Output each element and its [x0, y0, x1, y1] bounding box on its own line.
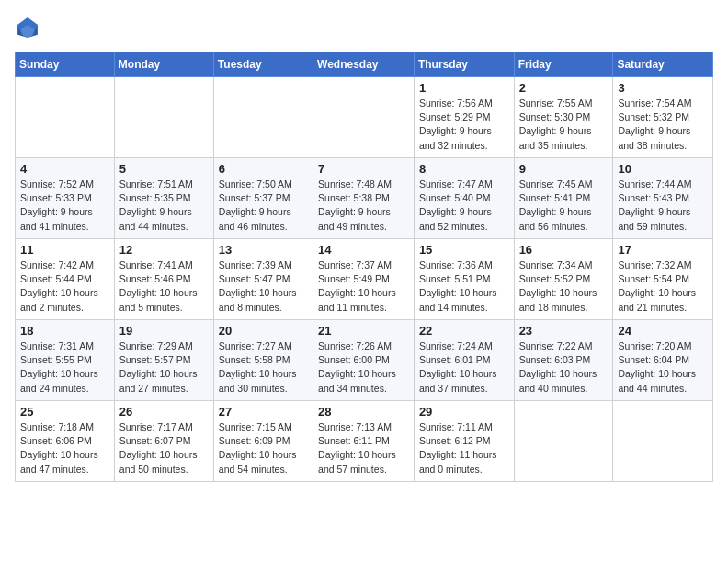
calendar-cell: 4Sunrise: 7:52 AMSunset: 5:33 PMDaylight… [16, 158, 115, 239]
calendar-cell: 8Sunrise: 7:47 AMSunset: 5:40 PMDaylight… [414, 158, 514, 239]
day-info: Sunrise: 7:22 AMSunset: 6:03 PMDaylight:… [519, 339, 609, 396]
calendar-cell [514, 401, 613, 482]
calendar-cell: 20Sunrise: 7:27 AMSunset: 5:58 PMDayligh… [213, 320, 313, 401]
day-number: 23 [519, 324, 609, 338]
calendar-cell [114, 77, 213, 158]
day-number: 7 [318, 162, 409, 176]
day-info: Sunrise: 7:45 AMSunset: 5:41 PMDaylight:… [519, 178, 609, 234]
calendar-cell: 9Sunrise: 7:45 AMSunset: 5:41 PMDaylight… [514, 158, 613, 239]
day-number: 9 [519, 162, 609, 176]
page-header [15, 15, 713, 40]
day-info: Sunrise: 7:36 AMSunset: 5:51 PMDaylight:… [419, 259, 509, 315]
day-number: 21 [318, 324, 409, 338]
day-number: 26 [119, 405, 209, 419]
calendar-cell: 7Sunrise: 7:48 AMSunset: 5:38 PMDaylight… [313, 158, 415, 239]
day-number: 16 [519, 243, 609, 257]
day-number: 4 [20, 162, 109, 176]
day-info: Sunrise: 7:55 AMSunset: 5:30 PMDaylight:… [519, 97, 609, 153]
calendar-cell: 24Sunrise: 7:20 AMSunset: 6:04 PMDayligh… [613, 320, 713, 401]
calendar-cell: 16Sunrise: 7:34 AMSunset: 5:52 PMDayligh… [514, 239, 613, 320]
day-info: Sunrise: 7:27 AMSunset: 5:58 PMDaylight:… [219, 339, 308, 396]
day-info: Sunrise: 7:52 AMSunset: 5:33 PMDaylight:… [20, 178, 109, 234]
day-number: 6 [219, 162, 308, 176]
calendar-cell: 12Sunrise: 7:41 AMSunset: 5:46 PMDayligh… [114, 239, 213, 320]
day-info: Sunrise: 7:34 AMSunset: 5:52 PMDaylight:… [519, 259, 609, 315]
day-info: Sunrise: 7:20 AMSunset: 6:04 PMDaylight:… [618, 339, 708, 396]
day-info: Sunrise: 7:11 AMSunset: 6:12 PMDaylight:… [419, 420, 509, 477]
day-number: 5 [119, 162, 209, 176]
calendar-cell: 6Sunrise: 7:50 AMSunset: 5:37 PMDaylight… [213, 158, 313, 239]
day-number: 3 [618, 81, 708, 95]
day-number: 17 [618, 243, 708, 257]
day-number: 12 [119, 243, 209, 257]
weekday-header-wednesday: Wednesday [313, 52, 415, 77]
day-number: 25 [20, 405, 109, 419]
day-number: 18 [20, 324, 109, 338]
day-info: Sunrise: 7:32 AMSunset: 5:54 PMDaylight:… [618, 259, 708, 315]
day-number: 10 [618, 162, 708, 176]
day-info: Sunrise: 7:42 AMSunset: 5:44 PMDaylight:… [20, 259, 109, 315]
weekday-header-sunday: Sunday [16, 52, 115, 77]
day-info: Sunrise: 7:50 AMSunset: 5:37 PMDaylight:… [219, 178, 308, 234]
day-number: 13 [219, 243, 308, 257]
calendar-cell: 26Sunrise: 7:17 AMSunset: 6:07 PMDayligh… [114, 401, 213, 482]
day-info: Sunrise: 7:47 AMSunset: 5:40 PMDaylight:… [419, 178, 509, 234]
day-number: 11 [20, 243, 109, 257]
calendar-cell: 3Sunrise: 7:54 AMSunset: 5:32 PMDaylight… [613, 77, 713, 158]
day-number: 2 [519, 81, 609, 95]
day-number: 20 [219, 324, 308, 338]
calendar-cell: 15Sunrise: 7:36 AMSunset: 5:51 PMDayligh… [414, 239, 514, 320]
day-number: 14 [318, 243, 409, 257]
day-info: Sunrise: 7:15 AMSunset: 6:09 PMDaylight:… [219, 420, 308, 477]
calendar-cell: 2Sunrise: 7:55 AMSunset: 5:30 PMDaylight… [514, 77, 613, 158]
weekday-header-thursday: Thursday [414, 52, 514, 77]
day-info: Sunrise: 7:41 AMSunset: 5:46 PMDaylight:… [119, 259, 209, 315]
day-info: Sunrise: 7:18 AMSunset: 6:06 PMDaylight:… [20, 420, 109, 477]
logo [15, 15, 44, 40]
calendar-cell: 14Sunrise: 7:37 AMSunset: 5:49 PMDayligh… [313, 239, 415, 320]
day-info: Sunrise: 7:31 AMSunset: 5:55 PMDaylight:… [20, 339, 109, 396]
calendar-cell: 23Sunrise: 7:22 AMSunset: 6:03 PMDayligh… [514, 320, 613, 401]
calendar-cell: 17Sunrise: 7:32 AMSunset: 5:54 PMDayligh… [613, 239, 713, 320]
calendar-cell [313, 77, 415, 158]
calendar-cell: 1Sunrise: 7:56 AMSunset: 5:29 PMDaylight… [414, 77, 514, 158]
calendar-cell: 5Sunrise: 7:51 AMSunset: 5:35 PMDaylight… [114, 158, 213, 239]
day-number: 27 [219, 405, 308, 419]
calendar-cell: 10Sunrise: 7:44 AMSunset: 5:43 PMDayligh… [613, 158, 713, 239]
day-info: Sunrise: 7:13 AMSunset: 6:11 PMDaylight:… [318, 420, 409, 477]
calendar-cell: 25Sunrise: 7:18 AMSunset: 6:06 PMDayligh… [16, 401, 115, 482]
weekday-header-monday: Monday [114, 52, 213, 77]
day-info: Sunrise: 7:44 AMSunset: 5:43 PMDaylight:… [618, 178, 708, 234]
day-info: Sunrise: 7:39 AMSunset: 5:47 PMDaylight:… [219, 259, 308, 315]
calendar-cell: 22Sunrise: 7:24 AMSunset: 6:01 PMDayligh… [414, 320, 514, 401]
day-number: 22 [419, 324, 509, 338]
calendar-cell [213, 77, 313, 158]
day-info: Sunrise: 7:51 AMSunset: 5:35 PMDaylight:… [119, 178, 209, 234]
day-number: 1 [419, 81, 509, 95]
day-info: Sunrise: 7:29 AMSunset: 5:57 PMDaylight:… [119, 339, 209, 396]
weekday-header-saturday: Saturday [613, 52, 713, 77]
day-info: Sunrise: 7:26 AMSunset: 6:00 PMDaylight:… [318, 339, 409, 396]
day-info: Sunrise: 7:56 AMSunset: 5:29 PMDaylight:… [419, 97, 509, 153]
day-number: 24 [618, 324, 708, 338]
calendar-cell: 11Sunrise: 7:42 AMSunset: 5:44 PMDayligh… [16, 239, 115, 320]
calendar-cell: 13Sunrise: 7:39 AMSunset: 5:47 PMDayligh… [213, 239, 313, 320]
weekday-header-friday: Friday [514, 52, 613, 77]
calendar-cell: 28Sunrise: 7:13 AMSunset: 6:11 PMDayligh… [313, 401, 415, 482]
day-number: 29 [419, 405, 509, 419]
day-number: 19 [119, 324, 209, 338]
calendar-cell: 18Sunrise: 7:31 AMSunset: 5:55 PMDayligh… [16, 320, 115, 401]
day-number: 28 [318, 405, 409, 419]
logo-icon [15, 15, 40, 40]
calendar-cell [16, 77, 115, 158]
day-info: Sunrise: 7:17 AMSunset: 6:07 PMDaylight:… [119, 420, 209, 477]
day-info: Sunrise: 7:24 AMSunset: 6:01 PMDaylight:… [419, 339, 509, 396]
day-info: Sunrise: 7:37 AMSunset: 5:49 PMDaylight:… [318, 259, 409, 315]
calendar-cell: 21Sunrise: 7:26 AMSunset: 6:00 PMDayligh… [313, 320, 415, 401]
calendar-cell: 29Sunrise: 7:11 AMSunset: 6:12 PMDayligh… [414, 401, 514, 482]
calendar-cell: 19Sunrise: 7:29 AMSunset: 5:57 PMDayligh… [114, 320, 213, 401]
day-info: Sunrise: 7:54 AMSunset: 5:32 PMDaylight:… [618, 97, 708, 153]
calendar-table: SundayMondayTuesdayWednesdayThursdayFrid… [15, 52, 713, 482]
day-number: 15 [419, 243, 509, 257]
calendar-cell [613, 401, 713, 482]
